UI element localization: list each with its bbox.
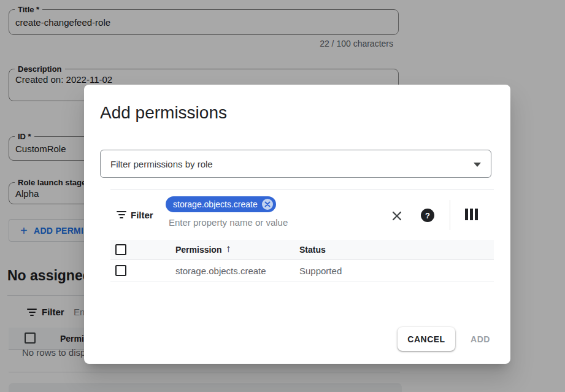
status-column-header[interactable]: Status xyxy=(299,245,326,255)
sort-ascending-icon[interactable]: ↑ xyxy=(226,243,231,255)
select-all-checkbox[interactable] xyxy=(115,244,126,255)
add-button[interactable]: ADD xyxy=(460,327,501,351)
chevron-down-icon xyxy=(474,163,481,167)
row-status-cell: Supported xyxy=(299,266,342,276)
help-icon: ? xyxy=(425,211,430,220)
chip-remove-x-icon xyxy=(264,201,271,207)
toolbar-divider xyxy=(450,200,450,230)
clear-filters-button[interactable] xyxy=(388,207,405,225)
dialog-filter-label: Filter xyxy=(131,210,153,220)
role-select-placeholder: Filter permissions by role xyxy=(110,159,213,169)
help-button[interactable]: ? xyxy=(421,209,434,222)
filter-chip-label: storage.objects.create xyxy=(173,199,258,209)
columns-icon xyxy=(465,209,468,220)
permissions-filter-toolbar: Filter storage.objects.create ? xyxy=(110,190,494,240)
dialog-title: Add permissions xyxy=(100,103,227,123)
add-permissions-dialog: Add permissions Filter permissions by ro… xyxy=(84,85,510,364)
row-checkbox[interactable] xyxy=(115,265,126,276)
permissions-table: Filter storage.objects.create ? xyxy=(110,189,494,282)
filter-icon xyxy=(117,211,126,218)
row-permission-cell: storage.objects.create xyxy=(175,266,266,276)
cancel-button[interactable]: CANCEL xyxy=(398,327,455,351)
permission-column-header[interactable]: Permission xyxy=(175,245,221,255)
filter-input[interactable] xyxy=(169,217,340,228)
filter-permissions-by-role-select[interactable]: Filter permissions by role xyxy=(100,150,491,178)
chip-remove-button[interactable] xyxy=(262,199,273,210)
table-row[interactable]: storage.objects.create Supported xyxy=(110,259,494,282)
column-display-options-button[interactable] xyxy=(464,208,479,220)
filter-chip[interactable]: storage.objects.create xyxy=(166,196,276,212)
table-header-row: Permission ↑ Status xyxy=(110,240,494,259)
close-icon xyxy=(391,210,402,221)
